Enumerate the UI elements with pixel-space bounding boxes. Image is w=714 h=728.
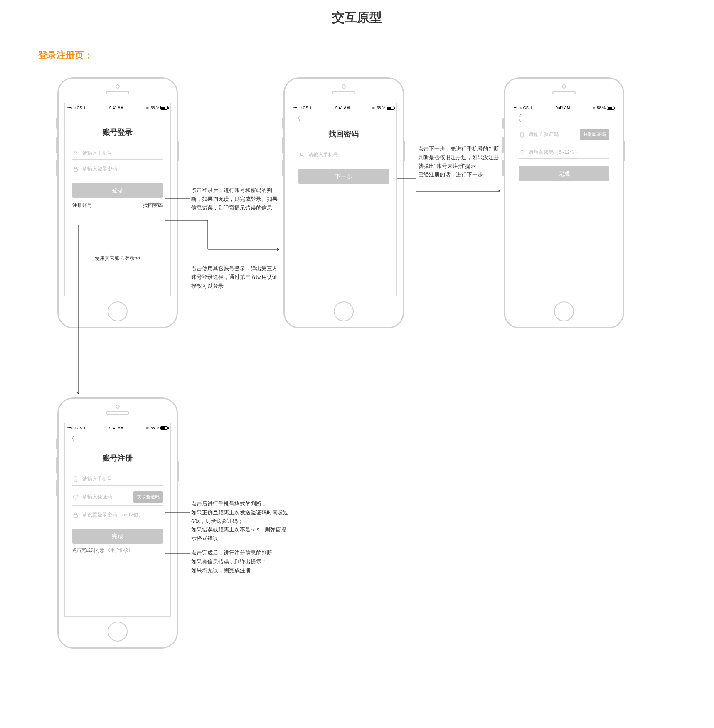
- user-icon: [298, 152, 305, 158]
- reset-password-placeholder: 请重置密码（6~12位）: [529, 149, 609, 156]
- bluetooth-icon: ⨳: [145, 106, 149, 110]
- battery-icon: [387, 106, 394, 110]
- user-icon: [72, 150, 79, 157]
- battery-text: 58 %: [150, 426, 159, 430]
- carrier-text: •••○○ GS: [67, 106, 82, 110]
- lock-icon: [72, 512, 79, 518]
- code-placeholder: 请输入验证码: [529, 131, 576, 138]
- phone-register: •••○○ GS ᯤ 9:41 AM ⨳ 58 % 〈 账号注册 请输入手机号: [57, 397, 178, 649]
- speaker-slot: [332, 91, 355, 94]
- camera-dot: [116, 405, 120, 409]
- battery-text: 58 %: [377, 106, 385, 110]
- wifi-icon: ᯤ: [84, 106, 87, 110]
- login-title: 账号登录: [72, 127, 163, 137]
- wifi-icon: ᯤ: [84, 426, 87, 430]
- status-time: 9:41 AM: [87, 426, 146, 430]
- phone-field[interactable]: 请输入手机号: [298, 148, 389, 161]
- speaker-slot: [106, 91, 129, 94]
- login-button[interactable]: 登录: [72, 183, 163, 198]
- status-time: 9:41 AM: [534, 106, 592, 110]
- wifi-icon: ᯤ: [530, 106, 534, 110]
- status-bar: •••○○ GS ᯤ 9:41 AM ⨳ 58 %: [291, 103, 396, 112]
- battery-icon: [607, 106, 614, 110]
- status-time: 9:41 AM: [87, 106, 146, 110]
- battery-icon: [160, 426, 168, 430]
- section-title: 登录注册页：: [38, 49, 93, 62]
- set-password-placeholder: 请设置登录密码（6~12位）: [82, 511, 163, 518]
- code-field[interactable]: 请输入验证码 获取验证码: [72, 488, 163, 506]
- back-button[interactable]: 〈: [291, 112, 396, 123]
- phone-reset: •••○○ GS ᯤ 9:41 AM ⨳ 58 % 〈 请输入验证码 获取验证码: [504, 77, 624, 328]
- phone-forgot: •••○○ GS ᯤ 9:41 AM ⨳ 58 % 〈 找回密码 请输入手机号 …: [283, 77, 404, 328]
- phone-icon: [72, 476, 79, 483]
- status-bar: •••○○ GS ᯤ 9:41 AM ⨳ 58 %: [65, 423, 170, 432]
- set-password-field[interactable]: 请设置登录密码（6~12位）: [72, 508, 163, 521]
- note-register-getcode: 点击后进行手机号格式的判断： 如果正确且距离上次发送验证码时间超过60s，则发送…: [191, 500, 291, 543]
- home-button[interactable]: [554, 301, 574, 321]
- phone-placeholder: 请输入手机号: [82, 476, 163, 483]
- carrier-text: •••○○ GS: [514, 106, 529, 110]
- svg-point-0: [74, 151, 76, 153]
- svg-rect-8: [74, 514, 77, 517]
- password-field[interactable]: 请输入登录密码: [72, 162, 163, 175]
- home-button[interactable]: [108, 301, 128, 321]
- phone-login: •••○○ GS ᯤ 9:41 AM ⨳ 58 % 账号登录 请输入手机号: [57, 77, 178, 328]
- carrier-text: •••○○ GS: [293, 106, 308, 110]
- reset-password-field[interactable]: 请重置密码（6~12位）: [519, 146, 609, 159]
- phone-field[interactable]: 请输入手机号: [72, 472, 163, 486]
- battery-icon: [160, 106, 168, 110]
- code-field[interactable]: 请输入验证码 获取验证码: [519, 126, 609, 143]
- note-login-submit: 点击登录后，进行账号和密码的判断，如果均无误，则完成登录。如果信息错误，则弹窗提…: [191, 186, 278, 212]
- svg-rect-1: [74, 168, 77, 171]
- camera-dot: [116, 84, 120, 89]
- lock-icon: [519, 149, 525, 156]
- wifi-icon: ᯤ: [310, 106, 313, 110]
- status-bar: •••○○ GS ᯤ 9:41 AM ⨳ 58 %: [65, 103, 170, 112]
- svg-rect-6: [74, 477, 77, 482]
- note-register-done: 点击完成后，进行注册信息的判断 如果有信息错误，则弹出提示； 如果均无误，则完成…: [191, 549, 272, 575]
- camera-dot: [562, 84, 566, 89]
- battery-text: 58 %: [597, 106, 606, 110]
- get-code-button[interactable]: 获取验证码: [133, 491, 163, 503]
- next-button[interactable]: 下一步: [298, 169, 389, 184]
- speaker-slot: [106, 411, 129, 415]
- bluetooth-icon: ⨳: [372, 106, 375, 110]
- status-bar: •••○○ GS ᯤ 9:41 AM ⨳ 58 %: [511, 103, 617, 112]
- phone-field[interactable]: 请输入手机号: [72, 146, 163, 160]
- lock-icon: [72, 166, 79, 173]
- done-button[interactable]: 完成: [72, 529, 163, 544]
- battery-text: 58 %: [150, 106, 159, 110]
- get-code-button[interactable]: 获取验证码: [580, 129, 609, 140]
- bluetooth-icon: ⨳: [145, 426, 149, 430]
- phone-icon: [519, 131, 525, 138]
- carrier-text: •••○○ GS: [67, 426, 82, 430]
- agree-text: 点击完成则同意 《用户协议》: [72, 547, 163, 553]
- status-time: 9:41 AM: [313, 106, 372, 110]
- back-button[interactable]: 〈: [511, 112, 617, 123]
- back-button[interactable]: 〈: [65, 432, 170, 443]
- svg-rect-5: [520, 152, 524, 155]
- forgot-link[interactable]: 找回密码: [143, 202, 163, 209]
- phone-placeholder: 请输入手机号: [308, 151, 389, 158]
- page-title: 交互原型: [0, 9, 714, 26]
- speaker-slot: [552, 91, 576, 94]
- other-login-link[interactable]: 使用其它账号登录>>: [72, 255, 163, 262]
- bluetooth-icon: ⨳: [592, 106, 596, 110]
- phone-placeholder: 请输入手机号: [82, 150, 163, 157]
- home-button[interactable]: [108, 622, 128, 642]
- forgot-title: 找回密码: [298, 129, 389, 139]
- register-title: 账号注册: [72, 453, 163, 463]
- done-button[interactable]: 完成: [519, 166, 609, 181]
- agree-prefix: 点击完成则同意: [72, 548, 104, 553]
- shield-icon: [72, 494, 79, 501]
- note-login-other: 点击使用其它账号登录，弹出第三方账号登录途径，通过第三方应用认证授权可以登录: [191, 264, 278, 290]
- svg-point-2: [300, 153, 303, 155]
- register-link[interactable]: 注册账号: [72, 202, 92, 209]
- user-agreement-link[interactable]: 《用户协议》: [106, 548, 133, 553]
- note-forgot-next: 点击下一步，先进行手机号的判断，判断是否依旧注册过，如果没注册，就弹出"账号未注…: [418, 145, 505, 179]
- password-placeholder: 请输入登录密码: [82, 165, 163, 173]
- camera-dot: [342, 84, 346, 89]
- code-placeholder: 请输入验证码: [82, 494, 130, 501]
- home-button[interactable]: [334, 301, 354, 321]
